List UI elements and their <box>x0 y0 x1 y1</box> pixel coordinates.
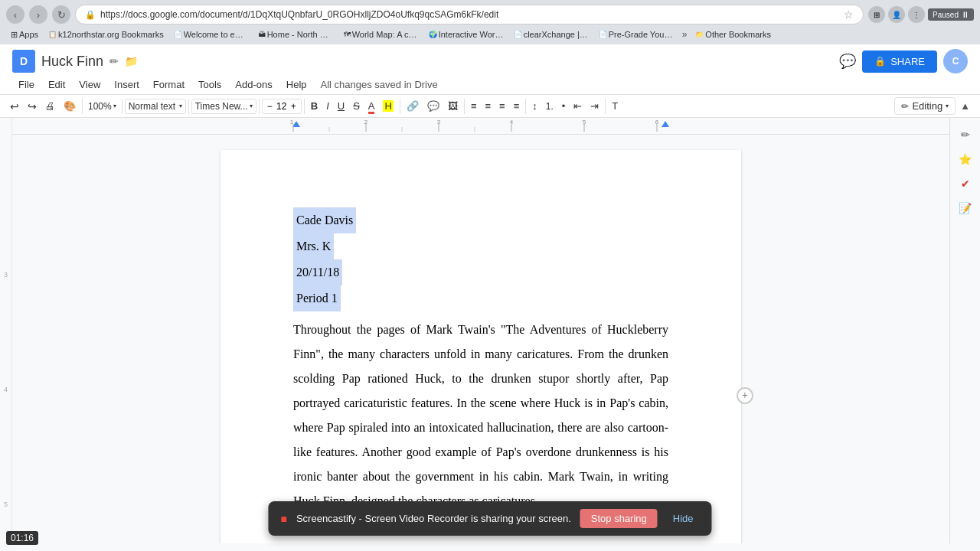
text-color-btn[interactable]: A <box>364 98 379 114</box>
bookmark-more[interactable]: » <box>679 28 691 41</box>
font-size-decrease[interactable]: − <box>266 101 274 112</box>
extensions-btn[interactable]: ⊞ <box>868 6 885 23</box>
collapse-toolbar-btn[interactable]: ▲ <box>956 98 974 114</box>
bookmark-worldmap[interactable]: 🗺 World Map: A clic... <box>339 28 423 41</box>
align-left-btn[interactable]: ≡ <box>467 98 481 114</box>
browser-chrome: ‹ › ↻ 🔒 https://docs.google.com/document… <box>0 0 980 44</box>
settings-btn[interactable]: ⋮ <box>908 6 925 23</box>
screencastify-message: Screencastify - Screen Video Recorder is… <box>296 513 571 524</box>
comments-btn[interactable]: 💬 <box>839 53 856 70</box>
font-size-control[interactable]: − 12 + <box>262 99 302 114</box>
right-btn-4[interactable]: 📝 <box>955 197 976 219</box>
right-btn-3[interactable]: ✔ <box>955 173 976 194</box>
bookmarks-bar: ⊞ Apps 📋 k12northstar.org Bookmarks 📄 We… <box>6 28 974 44</box>
underline-btn[interactable]: U <box>334 98 348 114</box>
style-arrow: ▾ <box>179 103 182 109</box>
toolbar: ↩ ↪ 🖨 🎨 100% ▾ Normal text ▾ Times New..… <box>0 94 980 118</box>
paint-format-btn[interactable]: 🎨 <box>60 98 80 114</box>
redo-btn[interactable]: ↪ <box>24 98 41 115</box>
indent-more-btn[interactable]: ⇥ <box>586 98 603 114</box>
style-dropdown[interactable]: Normal text ▾ <box>125 99 186 114</box>
pregrade-label: Pre-Grade Your P... <box>609 30 674 39</box>
folder-btn[interactable]: 📁 <box>125 55 138 67</box>
image-btn[interactable]: 🖼 <box>444 98 462 114</box>
interactive-label: Interactive World ... <box>439 30 504 39</box>
bookmark-interactive[interactable]: 🌍 Interactive World ... <box>424 28 508 41</box>
text-color-label: A <box>368 100 375 114</box>
doc-viewport: 1 2 3 4 5 6 <box>12 118 949 543</box>
timestamp: 01:16 <box>6 531 38 545</box>
profile-btn[interactable]: 👤 <box>888 6 905 23</box>
menu-help[interactable]: Help <box>280 77 313 93</box>
indent-less-btn[interactable]: ⇤ <box>570 98 586 114</box>
pregrade-icon: 📄 <box>599 31 607 38</box>
bookmark-k12[interactable]: 📋 k12northstar.org Bookmarks <box>44 28 168 41</box>
right-btn-2[interactable]: ⭐ <box>955 148 976 170</box>
doc-page-wrapper: Cade Davis Mrs. K 20/11/18 Period 1 <box>12 135 949 543</box>
svg-text:6: 6 <box>655 119 659 126</box>
svg-text:5: 5 <box>583 119 586 126</box>
browser-nav: ‹ › ↻ 🔒 https://docs.google.com/document… <box>6 5 974 24</box>
toolbar-sep7 <box>464 99 465 114</box>
bulleted-list-btn[interactable]: • <box>558 98 570 114</box>
rename-btn[interactable]: ✏ <box>109 55 119 67</box>
svg-text:4: 4 <box>510 119 514 126</box>
numbered-list-btn[interactable]: 1. <box>542 99 557 114</box>
print-btn[interactable]: 🖨 <box>41 98 59 114</box>
stop-sharing-btn[interactable]: Stop sharing <box>580 509 658 528</box>
line-spacing-btn[interactable]: ↕ <box>528 98 541 114</box>
menu-insert[interactable]: Insert <box>108 77 145 93</box>
zoom-dropdown[interactable]: 100% ▾ <box>85 99 119 113</box>
address-bar[interactable]: 🔒 https://docs.google.com/document/d/1Dq… <box>75 5 864 24</box>
other-label: Other Bookmarks <box>705 30 771 39</box>
hide-btn[interactable]: Hide <box>667 509 700 528</box>
menu-tools[interactable]: Tools <box>192 77 227 93</box>
comment-btn[interactable]: 💬 <box>423 98 443 114</box>
strikethrough-btn[interactable]: S <box>349 98 364 114</box>
forward-button[interactable]: › <box>29 5 47 24</box>
back-button[interactable]: ‹ <box>6 5 24 24</box>
doc-title[interactable]: Huck Finn <box>41 54 103 70</box>
highlight-btn[interactable]: H <box>379 98 397 114</box>
undo-btn[interactable]: ↩ <box>6 98 23 115</box>
bookmark-ehob[interactable]: 📄 Welcome to eHob... <box>169 28 253 41</box>
menu-view[interactable]: View <box>73 77 106 93</box>
timestamp-value: 01:16 <box>11 533 34 543</box>
bookmark-star[interactable]: ☆ <box>844 8 854 21</box>
right-btn-1[interactable]: ✏ <box>955 124 976 145</box>
bookmark-pregrade[interactable]: 📄 Pre-Grade Your P... <box>594 28 678 41</box>
bookmark-clear[interactable]: 📄 clearXchange | Re... <box>509 28 593 41</box>
highlight-label: H <box>383 100 393 112</box>
font-dropdown[interactable]: Times New... ▾ <box>191 99 256 114</box>
clear-format-btn[interactable]: T <box>608 98 622 114</box>
add-content-btn[interactable]: + <box>737 387 753 404</box>
bookmark-apps[interactable]: ⊞ Apps <box>6 28 43 41</box>
editing-mode-dropdown[interactable]: ✏ Editing ▾ <box>894 97 956 115</box>
menu-format[interactable]: Format <box>147 77 191 93</box>
align-justify-btn[interactable]: ≡ <box>510 98 524 114</box>
screencastify-record-icon: ■ <box>280 513 286 525</box>
margin-mark-2: 4 <box>4 386 8 393</box>
font-size-increase[interactable]: + <box>289 101 298 112</box>
paragraph-1: Throughout the pages of Mark Twain's "Th… <box>293 318 668 514</box>
author-name-line: Cade Davis <box>293 207 668 233</box>
k12-label: k12northstar.org Bookmarks <box>58 30 164 39</box>
north-label: Home - North Pol... <box>267 30 334 39</box>
bookmark-north[interactable]: 🏔 Home - North Pol... <box>254 28 338 41</box>
align-center-btn[interactable]: ≡ <box>481 98 495 114</box>
svg-text:3: 3 <box>437 119 441 126</box>
menu-addons[interactable]: Add-ons <box>229 77 278 93</box>
bookmark-other[interactable]: 📁 Other Bookmarks <box>691 28 776 41</box>
k12-icon: 📋 <box>48 31 57 38</box>
teacher-line: Mrs. K <box>293 233 668 259</box>
menu-edit[interactable]: Edit <box>42 77 71 93</box>
share-btn[interactable]: 🔒 SHARE <box>862 51 937 73</box>
link-btn[interactable]: 🔗 <box>403 98 423 114</box>
align-right-btn[interactable]: ≡ <box>495 98 509 114</box>
reload-button[interactable]: ↻ <box>52 5 70 24</box>
italic-btn[interactable]: I <box>322 98 333 114</box>
other-icon: 📁 <box>695 31 704 38</box>
menu-file[interactable]: File <box>12 77 41 93</box>
bold-btn[interactable]: B <box>307 98 322 114</box>
right-side-panel: ✏ ⭐ ✔ 📝 <box>949 118 980 543</box>
